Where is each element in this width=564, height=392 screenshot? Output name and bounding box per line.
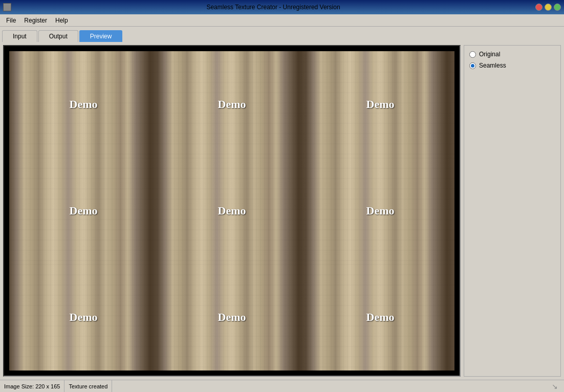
preview-panel: Demo Demo Demo Demo Demo Demo Demo Demo: [3, 45, 461, 377]
demo-watermark-2: Demo: [218, 98, 246, 111]
radio-original-label: Original: [479, 51, 500, 58]
tab-input[interactable]: Input: [2, 30, 37, 42]
view-mode-radio-group: Original Seamless: [469, 51, 555, 69]
texture-cell-9: Demo: [306, 264, 454, 371]
radio-original[interactable]: Original: [469, 51, 555, 58]
tab-output[interactable]: Output: [38, 30, 78, 42]
demo-watermark-8: Demo: [218, 311, 246, 324]
demo-watermark-4: Demo: [70, 204, 98, 217]
demo-watermark-7: Demo: [70, 311, 98, 324]
texture-status-section: Texture created: [64, 380, 112, 392]
texture-cell-3: Demo: [306, 51, 454, 158]
window-controls[interactable]: [535, 4, 561, 11]
window-title: Seamless Texture Creator - Unregistered …: [206, 4, 340, 11]
image-size-section: Image Size: 220 x 165: [0, 380, 64, 392]
demo-watermark-6: Demo: [366, 204, 395, 217]
maximize-button[interactable]: [554, 4, 561, 11]
resize-handle: ↘: [552, 382, 560, 390]
radio-seamless-circle[interactable]: [469, 62, 476, 69]
demo-watermark-9: Demo: [366, 311, 395, 324]
texture-cell-4: Demo: [9, 158, 158, 264]
menu-register[interactable]: Register: [20, 16, 51, 25]
menu-bar: File Register Help: [0, 14, 564, 27]
texture-cell-6: Demo: [306, 158, 454, 264]
main-area: Demo Demo Demo Demo Demo Demo Demo Demo: [0, 42, 564, 380]
texture-cell-5: Demo: [158, 158, 306, 264]
texture-status-label: Texture created: [69, 383, 107, 389]
texture-cell-1: Demo: [9, 51, 158, 158]
menu-file[interactable]: File: [2, 16, 20, 25]
demo-watermark-5: Demo: [218, 204, 246, 217]
menu-help[interactable]: Help: [51, 16, 72, 25]
tab-preview[interactable]: Preview: [79, 30, 123, 42]
app-icon: [3, 3, 11, 11]
status-empty-section: ↘: [112, 380, 564, 392]
texture-grid: Demo Demo Demo Demo Demo Demo Demo Demo: [9, 51, 454, 371]
demo-watermark-1: Demo: [70, 98, 98, 111]
texture-cell-8: Demo: [158, 264, 306, 371]
image-size-label: Image Size: 220 x 165: [4, 383, 60, 389]
tab-bar: Input Output Preview: [0, 27, 564, 42]
status-bar: Image Size: 220 x 165 Texture created ↘: [0, 380, 564, 392]
radio-seamless[interactable]: Seamless: [469, 62, 555, 69]
radio-seamless-label: Seamless: [479, 62, 506, 69]
radio-original-circle[interactable]: [469, 51, 476, 58]
demo-watermark-3: Demo: [366, 98, 395, 111]
texture-cell-2: Demo: [158, 51, 306, 158]
right-panel: Original Seamless: [464, 45, 561, 377]
close-button[interactable]: [535, 4, 543, 11]
texture-cell-7: Demo: [9, 264, 158, 371]
minimize-button[interactable]: [545, 4, 552, 11]
title-bar: Seamless Texture Creator - Unregistered …: [0, 0, 564, 14]
